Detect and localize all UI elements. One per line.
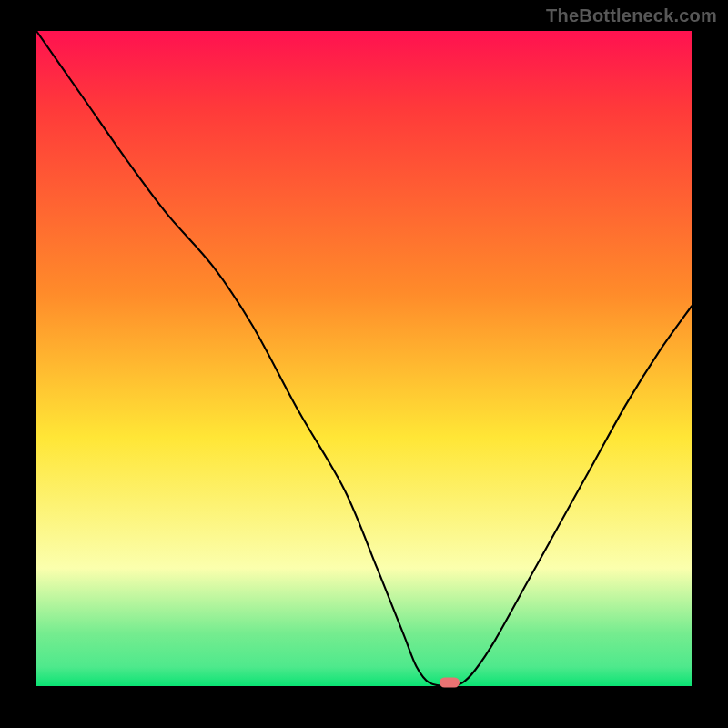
plot-area xyxy=(36,31,692,686)
gradient-backdrop xyxy=(36,31,692,686)
watermark-text: TheBottleneck.com xyxy=(546,5,717,26)
chart-stage: TheBottleneck.com xyxy=(0,0,728,728)
plot-svg xyxy=(36,31,692,686)
